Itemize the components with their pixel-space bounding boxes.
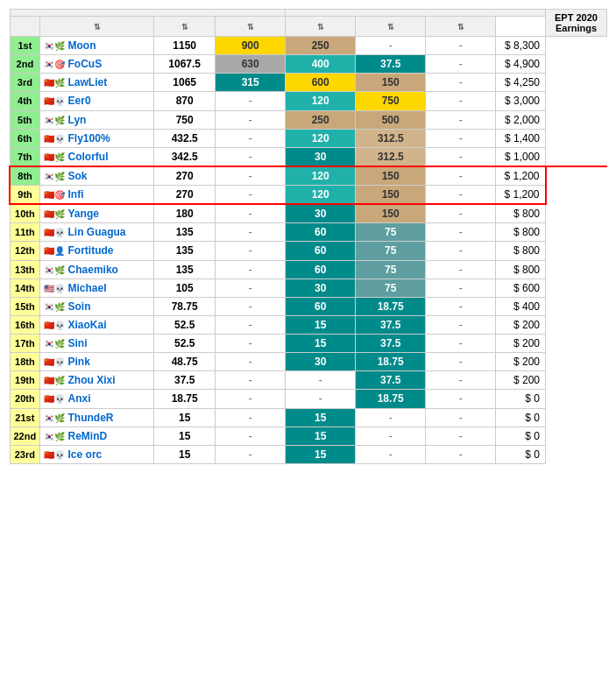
anaheim-cell: - (216, 335, 286, 353)
player-id-cell: 🇨🇳🎯 Infi (40, 186, 154, 205)
anaheim-cell: - (216, 204, 286, 223)
player-id-cell: 🇨🇳💀 XiaoKai (40, 315, 154, 334)
anaheim-cell: 900 (216, 37, 286, 55)
table-row: 1st🇰🇷🌿 Moon1150900250--$ 8,300 (10, 37, 607, 55)
winter-cell: - (426, 242, 496, 260)
winter-cell: - (426, 445, 496, 463)
points-cell: 15 (154, 408, 216, 427)
anaheim-header: ⇅ (216, 16, 286, 36)
table-row: 12th🇨🇳👤 Fortitude135-6075-$ 800 (10, 242, 607, 260)
points-cell: 870 (154, 92, 216, 110)
rank-cell: 5th (10, 110, 40, 129)
summer-cell: 15 (286, 445, 356, 463)
winter-header: ⇅ (426, 16, 496, 36)
anaheim-sort-icon[interactable]: ⇅ (247, 23, 254, 32)
summer-cell: 60 (286, 297, 356, 315)
winter-cell: - (426, 147, 496, 166)
summer-cell: 15 (286, 335, 356, 353)
summer-cell: 600 (286, 74, 356, 92)
anaheim-cell: 630 (216, 55, 286, 74)
earnings-cell: $ 800 (496, 242, 546, 260)
summer-cell: 30 (286, 278, 356, 297)
summer-cell: - (286, 371, 356, 390)
fall-cell: 37.5 (356, 335, 426, 353)
rank-cell: 2nd (10, 55, 40, 74)
table-row: 20th🇨🇳💀 Anxi18.75--18.75-$ 0 (10, 390, 607, 408)
rank-cell: 13th (10, 260, 40, 278)
winter-cell: - (426, 353, 496, 371)
winter-cell: - (426, 335, 496, 353)
player-id-cell: 🇨🇳💀 Pink (40, 353, 154, 371)
earnings-cell: $ 0 (496, 390, 546, 408)
table-row: 23rd🇨🇳💀 Ice orc15-15--$ 0 (10, 445, 607, 463)
fall-cell: 37.5 (356, 55, 426, 74)
table-row: 8th🇰🇷🌿 Sok270-120150-$ 1,200 (10, 166, 607, 186)
rank-cell: 7th (10, 147, 40, 166)
earnings-cell: $ 800 (496, 204, 546, 223)
earnings-cell: $ 0 (496, 427, 546, 445)
player-id-cell: 🇰🇷🌿 Sok (40, 166, 154, 186)
summer-cell: 250 (286, 110, 356, 129)
earnings-cell: $ 0 (496, 445, 546, 463)
summer-cell: 60 (286, 223, 356, 242)
anaheim-cell: - (216, 242, 286, 260)
summer-cell: 30 (286, 204, 356, 223)
rank-cell: 16th (10, 315, 40, 334)
rank-header (10, 16, 40, 36)
fall-cell: 18.75 (356, 353, 426, 371)
points-cell: 135 (154, 223, 216, 242)
winter-cell: - (426, 371, 496, 390)
points-cell: 1065 (154, 74, 216, 92)
summer-sort-icon[interactable]: ⇅ (317, 23, 324, 32)
player-id-cell: 🇰🇷🌿 Lyn (40, 110, 154, 129)
table-row: 11th🇨🇳💀 Lin Guagua135-6075-$ 800 (10, 223, 607, 242)
points-cell: 48.75 (154, 353, 216, 371)
fall-sort-icon[interactable]: ⇅ (387, 23, 394, 32)
fall-cell: - (356, 408, 426, 427)
fall-cell: 312.5 (356, 147, 426, 166)
rank-cell: 4th (10, 92, 40, 110)
points-cell: 15 (154, 427, 216, 445)
player-id-cell: 🇨🇳💀 Anxi (40, 390, 154, 408)
fall-cell: 37.5 (356, 315, 426, 334)
winter-sort-icon[interactable]: ⇅ (457, 23, 464, 32)
ept-earnings-header: EPT 2020Earnings (546, 10, 607, 37)
points-sort-icon[interactable]: ⇅ (181, 23, 188, 32)
winter-cell: - (426, 74, 496, 92)
rank-cell: 3rd (10, 74, 40, 92)
table-row: 22nd🇰🇷🌿 ReMinD15-15--$ 0 (10, 427, 607, 445)
earnings-cell: $ 3,000 (496, 92, 546, 110)
fall-cell: - (356, 427, 426, 445)
points-cell: 78.75 (154, 297, 216, 315)
table-row: 15th🇰🇷🌿 Soin78.75-6018.75-$ 400 (10, 297, 607, 315)
player-details-header (10, 10, 286, 17)
earnings-cell: $ 4,900 (496, 55, 546, 74)
winter-cell: - (426, 186, 496, 205)
id-sort-icon[interactable]: ⇅ (94, 23, 101, 32)
points-cell: 432.5 (154, 129, 216, 147)
summer-cell: 120 (286, 92, 356, 110)
summer-cell: 120 (286, 166, 356, 186)
fall-cell: - (356, 445, 426, 463)
points-cell: 105 (154, 278, 216, 297)
points-cell: 15 (154, 445, 216, 463)
anaheim-cell: - (216, 110, 286, 129)
winter-cell: - (426, 204, 496, 223)
table-row: 9th🇨🇳🎯 Infi270-120150-$ 1,200 (10, 186, 607, 205)
summer-cell: 120 (286, 129, 356, 147)
anaheim-cell: - (216, 297, 286, 315)
fall-cell: 37.5 (356, 371, 426, 390)
summer-cell: 30 (286, 147, 356, 166)
rank-cell: 20th (10, 390, 40, 408)
points-cell: 270 (154, 166, 216, 186)
table-row: 18th🇨🇳💀 Pink48.75-3018.75-$ 200 (10, 353, 607, 371)
table-row: 2nd🇰🇷🎯 FoCuS1067.563040037.5-$ 4,900 (10, 55, 607, 74)
summer-cell: 15 (286, 427, 356, 445)
fall-cell: - (356, 37, 426, 55)
anaheim-cell: - (216, 92, 286, 110)
fall-cell: 150 (356, 74, 426, 92)
rank-cell: 10th (10, 204, 40, 223)
player-id-cell: 🇰🇷🌿 ReMinD (40, 427, 154, 445)
winter-cell: - (426, 166, 496, 186)
table-row: 21st🇰🇷🌿 ThundeR15-15--$ 0 (10, 408, 607, 427)
